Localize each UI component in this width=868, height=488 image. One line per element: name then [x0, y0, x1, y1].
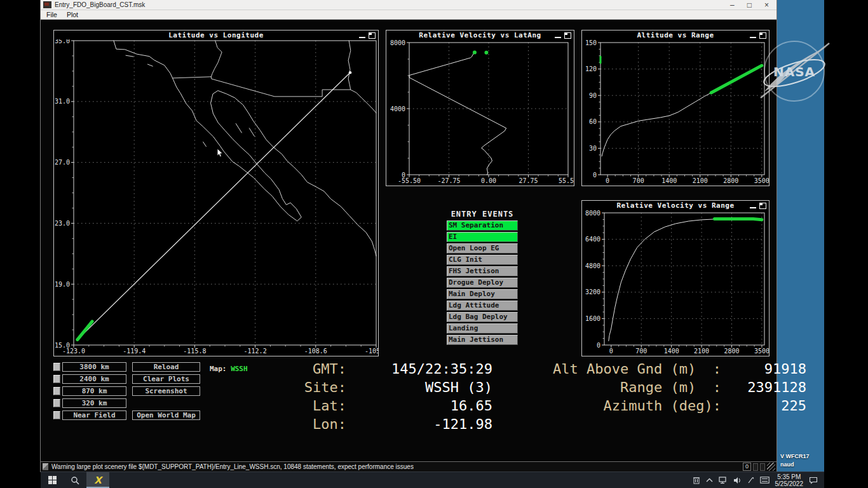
plot-minimize-icon[interactable] [359, 37, 365, 38]
taskbar-search-button[interactable] [64, 472, 86, 488]
lon-label: Lon: [273, 415, 346, 433]
lon-value: -121.98 [346, 415, 492, 433]
minimize-button[interactable]: – [730, 1, 735, 10]
start-button[interactable] [41, 472, 64, 488]
volume-icon[interactable] [733, 477, 742, 484]
svg-text:-123.0: -123.0 [62, 348, 85, 355]
lat-label: Lat: [273, 396, 346, 415]
range-button-870km[interactable]: 870 km [62, 386, 126, 396]
event-ei: EI [447, 232, 518, 242]
status-cell [753, 463, 758, 471]
open-world-map-button[interactable]: Open World Map [132, 410, 200, 420]
plot-titlebar[interactable]: Relative Velocity vs Range [582, 201, 769, 210]
svg-text:15.0: 15.0 [55, 342, 70, 349]
system-tray: 5:35 PM 5/25/2022 [693, 473, 825, 487]
event-ldg-bag-deploy: Ldg Bag Deploy [447, 312, 518, 322]
video-frame: V WFCR17 naud Entry_FDO_BigBoard_CST.msk… [0, 0, 868, 488]
window-titlebar[interactable]: Entry_FDO_BigBoard_CST.msk – □ × [41, 0, 776, 10]
map-name-label: Map: WSSH [210, 365, 248, 373]
plot-restore-icon[interactable] [759, 32, 766, 39]
svg-text:4800: 4800 [585, 262, 600, 269]
touch-keyboard-icon[interactable] [760, 477, 770, 484]
close-button[interactable]: × [764, 1, 769, 10]
plot-titlebar[interactable]: Latitude vs Longitude [54, 30, 378, 39]
svg-text:2800: 2800 [724, 348, 739, 355]
map-controls: 3800 km Reload 2400 km Clear Plots 870 k… [53, 362, 200, 423]
gmt-label: GMT: [273, 360, 346, 378]
event-fhs-jettison: FHS Jettison [447, 266, 518, 276]
svg-text:3500: 3500 [754, 348, 769, 355]
svg-text:19.0: 19.0 [55, 281, 70, 288]
desktop-text-line1: V WFCR17 [780, 453, 810, 459]
svg-text:120: 120 [585, 65, 597, 72]
range-toggle-near-field[interactable] [53, 411, 60, 419]
range-toggle-870[interactable] [53, 387, 60, 395]
clock-time: 5:35 PM [775, 473, 804, 480]
app-icon [43, 1, 51, 8]
azimuth-value: 225 [721, 396, 806, 415]
range-button-3800km[interactable]: 3800 km [62, 362, 126, 372]
plot-title: Relative Velocity vs LatAng [419, 31, 541, 39]
svg-text:1400: 1400 [661, 177, 677, 184]
svg-text:-27.75: -27.75 [437, 177, 460, 184]
plot-window-alt-range: Altitude vs Range 0700140021002800350003… [581, 30, 770, 186]
menu-file[interactable]: File [46, 11, 57, 18]
plot-restore-icon[interactable] [564, 32, 571, 39]
near-field-button[interactable]: Near Field [62, 410, 126, 420]
svg-text:150: 150 [585, 39, 597, 46]
svg-text:2100: 2100 [693, 177, 708, 184]
svg-text:0: 0 [402, 172, 405, 179]
plot-restore-icon[interactable] [369, 32, 376, 39]
range-button-320km[interactable]: 320 km [62, 398, 126, 408]
svg-text:35.0: 35.0 [55, 39, 70, 44]
app-window: Entry_FDO_BigBoard_CST.msk – □ × File Pl… [41, 0, 776, 471]
event-main-jettison: Main Jettison [447, 335, 518, 345]
range-toggle-320[interactable] [53, 399, 60, 407]
recycle-bin-icon[interactable] [693, 476, 700, 484]
plot-window-lat-lon: Latitude vs Longitude -123.0-119.4-115.8… [53, 30, 379, 356]
x-server-icon: X [94, 475, 102, 486]
maximize-button[interactable]: □ [747, 1, 752, 10]
range-toggle-2400[interactable] [53, 375, 60, 383]
range-toggle-3800[interactable] [53, 363, 60, 371]
taskbar: X [41, 471, 824, 488]
network-icon[interactable] [719, 477, 728, 484]
svg-text:1400: 1400 [664, 348, 679, 355]
plot-minimize-icon[interactable] [555, 37, 561, 38]
plot-title: Altitude vs Range [637, 31, 714, 39]
menu-plot[interactable]: Plot [67, 11, 78, 18]
map-name-value: WSSH [231, 365, 248, 373]
svg-text:700: 700 [635, 348, 647, 355]
plot-minimize-icon[interactable] [750, 207, 756, 208]
pen-workspace-icon[interactable] [747, 477, 754, 484]
plot-restore-icon[interactable] [759, 203, 766, 209]
range-button-2400km[interactable]: 2400 km [62, 374, 126, 384]
window-title: Entry_FDO_BigBoard_CST.msk [55, 1, 145, 8]
svg-text:700: 700 [633, 177, 644, 184]
tray-expand-chevron-icon[interactable] [706, 478, 713, 483]
plot-titlebar[interactable]: Relative Velocity vs LatAng [386, 30, 574, 39]
taskbar-clock[interactable]: 5:35 PM 5/25/2022 [775, 473, 804, 487]
svg-text:3500: 3500 [754, 177, 769, 184]
event-open-loop-eg: Open Loop EG [447, 243, 518, 254]
svg-text:0: 0 [597, 342, 600, 349]
warning-icon [43, 463, 48, 470]
svg-text:0: 0 [609, 348, 613, 355]
plot-window-vel-latang: Relative Velocity vs LatAng -55.50-27.75… [386, 30, 574, 186]
plot-minimize-icon[interactable] [750, 37, 756, 38]
map-label-prefix: Map: [210, 365, 231, 373]
svg-text:27.0: 27.0 [55, 159, 70, 166]
windows-logo-icon [48, 476, 57, 484]
clear-plots-button[interactable]: Clear Plots [132, 374, 200, 384]
status-message: Warning large plot scenery file ${MDT_SU… [51, 463, 414, 470]
screenshot-button[interactable]: Screenshot [132, 386, 200, 396]
telemetry-panel: GMT:145/22:35:29 Site:WSSH (3) Lat:16.65… [273, 360, 806, 433]
resize-grip[interactable] [767, 463, 775, 471]
svg-text:8000: 8000 [585, 210, 600, 217]
reload-button[interactable]: Reload [132, 362, 200, 372]
action-center-icon[interactable] [809, 477, 818, 484]
plot-title: Relative Velocity vs Range [616, 201, 734, 210]
svg-text:60: 60 [589, 118, 597, 125]
taskbar-app-xserver[interactable]: X [86, 472, 109, 488]
plot-titlebar[interactable]: Altitude vs Range [582, 30, 769, 39]
